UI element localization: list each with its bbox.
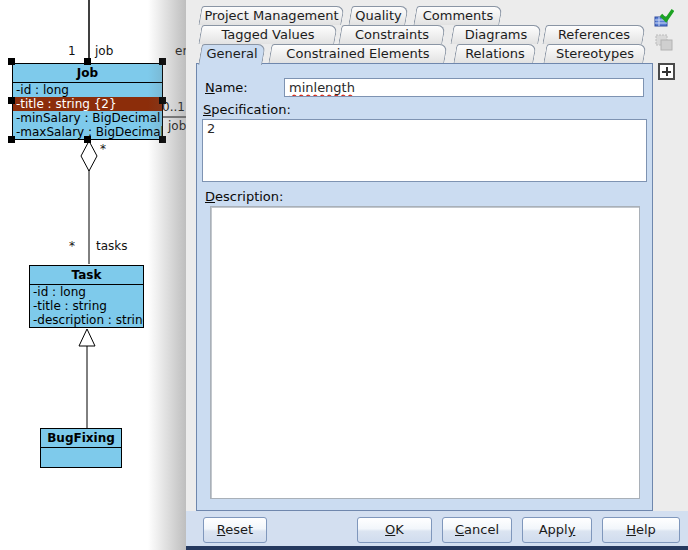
selection-handle[interactable]	[159, 136, 166, 143]
tab-stereotypes[interactable]: Stereotypes	[545, 44, 645, 63]
role-label-job[interactable]: job	[95, 44, 113, 58]
multiplicity-label-star-job[interactable]: *	[100, 142, 106, 156]
button-bar: Reset OK Cancel Apply Help	[186, 511, 688, 546]
class-job-name[interactable]: Job	[13, 64, 162, 83]
selection-handle[interactable]	[8, 58, 15, 65]
role-label-employees-clipped[interactable]: em	[175, 44, 186, 58]
selection-handle[interactable]	[84, 58, 91, 65]
general-tab-panel: Name: minlength Specification: 2 Descrip…	[196, 63, 653, 511]
class-job-attr-selected[interactable]: -title : string {2}	[13, 97, 162, 111]
class-job[interactable]: Job -id : long -title : string {2} -minS…	[12, 63, 163, 140]
class-job-attr[interactable]: -id : long	[13, 83, 162, 97]
tab-label: Relations	[455, 44, 535, 63]
ok-button[interactable]: OK	[357, 517, 432, 543]
app-window: 1 job em 0..1 job * * tasks Job -id : lo…	[0, 0, 688, 550]
name-label: Name:	[205, 80, 248, 95]
tab-label: References	[544, 25, 644, 44]
tab-label: Stereotypes	[545, 44, 645, 63]
role-label-tasks[interactable]: tasks	[96, 239, 128, 253]
reset-button[interactable]: Reset	[203, 517, 267, 543]
specification-textarea[interactable]: 2	[202, 119, 647, 182]
multiplicity-label[interactable]: 1	[68, 44, 76, 58]
tab-general[interactable]: General	[200, 44, 264, 65]
tab-project-management[interactable]: Project Management	[200, 6, 343, 25]
description-label: Description:	[205, 189, 283, 204]
tab-label: Tagged Values	[200, 25, 336, 44]
selection-handle[interactable]	[8, 97, 15, 104]
tab-label: Constraints	[340, 25, 444, 44]
specification-label: Specification:	[203, 102, 291, 117]
wizard-check-icon[interactable]	[654, 8, 674, 28]
help-button[interactable]: Help	[602, 517, 680, 543]
tab-quality[interactable]: Quality	[350, 6, 407, 25]
tab-diagrams[interactable]: Diagrams	[452, 25, 540, 44]
tab-relations[interactable]: Relations	[455, 44, 535, 63]
selection-handle[interactable]	[84, 136, 91, 143]
specification-value: 2	[207, 121, 215, 136]
window-bottom-edge	[186, 546, 688, 550]
uml-diagram-canvas[interactable]: 1 job em 0..1 job * * tasks Job -id : lo…	[0, 0, 186, 550]
copy-icon-disabled	[654, 33, 674, 53]
properties-dialog: Project Management Quality Comments Tagg…	[186, 0, 688, 550]
class-bugfixing[interactable]: BugFixing	[40, 428, 122, 468]
class-task-name[interactable]: Task	[30, 266, 143, 285]
tab-label: Diagrams	[452, 25, 540, 44]
tab-tagged-values[interactable]: Tagged Values	[200, 25, 336, 44]
tab-label: General	[200, 44, 264, 63]
tab-label: Quality	[350, 6, 407, 25]
tab-label: Constrained Elements	[270, 44, 446, 63]
cancel-button[interactable]: Cancel	[442, 517, 512, 543]
class-task-attr[interactable]: -description : string	[30, 313, 143, 327]
selection-handle[interactable]	[8, 136, 15, 143]
multiplicity-label-star-tasks[interactable]: *	[69, 239, 75, 253]
class-task[interactable]: Task -id : long -title : string -descrip…	[29, 265, 144, 328]
class-task-attr[interactable]: -id : long	[30, 285, 143, 299]
selection-handle[interactable]	[159, 97, 166, 104]
generalization-triangle-icon[interactable]	[79, 329, 95, 346]
tab-references[interactable]: References	[544, 25, 644, 44]
aggregation-diamond-icon[interactable]	[81, 141, 97, 171]
add-button[interactable]	[658, 63, 675, 80]
tab-label: Project Management	[200, 6, 343, 25]
role-label-job-right[interactable]: job	[168, 119, 186, 133]
apply-button[interactable]: Apply	[522, 517, 592, 543]
class-task-attr[interactable]: -title : string	[30, 299, 143, 313]
tab-constrained-elements[interactable]: Constrained Elements	[270, 44, 446, 63]
selection-handle[interactable]	[159, 58, 166, 65]
tab-comments[interactable]: Comments	[415, 6, 501, 25]
class-job-attr[interactable]: -minSalary : BigDecimal	[13, 111, 162, 125]
tab-label: Comments	[415, 6, 501, 25]
class-bugfixing-name[interactable]: BugFixing	[41, 429, 121, 448]
name-input[interactable]: minlength	[284, 78, 644, 97]
tab-constraints[interactable]: Constraints	[340, 25, 444, 44]
name-value: minlength	[289, 80, 355, 95]
description-textarea[interactable]	[210, 206, 640, 499]
